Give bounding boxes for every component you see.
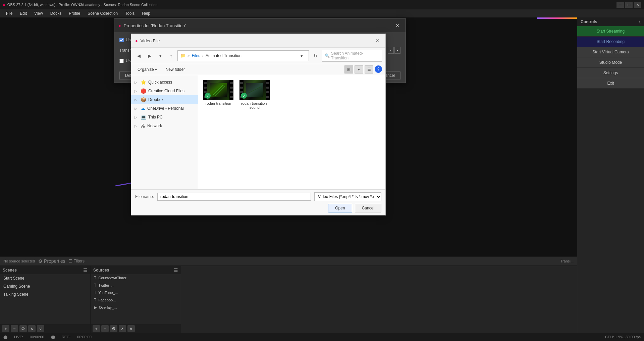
- filename-input[interactable]: [157, 193, 311, 201]
- vf-cancel-button[interactable]: Cancel: [355, 204, 381, 212]
- sidebar-item-dropbox[interactable]: ▷ 📦 Dropbox: [131, 95, 198, 104]
- scene-item-start[interactable]: Start Scene: [0, 274, 90, 282]
- scenes-icon: ☰: [83, 267, 88, 273]
- menu-file[interactable]: File: [3, 10, 16, 16]
- network-icon: 🖧: [141, 123, 145, 129]
- restore-button[interactable]: □: [625, 2, 633, 8]
- nav-up-button[interactable]: ↑: [167, 52, 175, 60]
- properties-dialog-icon: ●: [118, 23, 121, 28]
- sidebar-label-network: Network: [147, 124, 162, 128]
- hole: [266, 96, 269, 98]
- vf-toolbar-left: Organize ▾ New folder: [135, 66, 188, 73]
- sources-panel: Sources ☰ T CountdownTimer T Twitter_...…: [91, 266, 181, 333]
- nav-forward-button[interactable]: ▶: [145, 52, 154, 60]
- menu-docks[interactable]: Docks: [47, 10, 65, 16]
- source-settings-btn[interactable]: ⚙: [110, 325, 117, 332]
- menu-view[interactable]: View: [31, 10, 46, 16]
- hole: [230, 96, 233, 98]
- hole: [266, 87, 269, 89]
- close-button[interactable]: ✕: [634, 2, 641, 8]
- source-item-2[interactable]: T YouTube_...: [91, 289, 181, 296]
- source-item-0[interactable]: T CountdownTimer: [91, 274, 181, 282]
- transitions-label: Transi...: [560, 259, 574, 263]
- file-item-rodan-transition[interactable]: ✓ rodan-transition: [202, 79, 235, 111]
- start-virtual-camera-button[interactable]: Start Virtual Camera: [577, 47, 644, 57]
- video-file-close-button[interactable]: ✕: [373, 37, 381, 45]
- properties-dialog-title: Properties for 'Rodan Transition': [124, 23, 186, 28]
- studio-mode-button[interactable]: Studio Mode: [577, 57, 644, 68]
- open-button[interactable]: Open: [328, 204, 352, 212]
- menu-scene-collection[interactable]: Scene Collection: [84, 10, 121, 16]
- menu-profile[interactable]: Profile: [65, 10, 84, 16]
- menu-bar: File Edit View Docks Profile Scene Colle…: [0, 9, 644, 17]
- scene-settings-btn[interactable]: ⚙: [19, 325, 27, 332]
- menu-help[interactable]: Help: [139, 10, 154, 16]
- title-bar-controls: ─ □ ✕: [616, 2, 641, 8]
- view-dropdown-btn[interactable]: ▾: [355, 65, 363, 74]
- organize-arrow: ▾: [155, 67, 157, 72]
- path-files[interactable]: Files: [192, 53, 200, 58]
- settings-button[interactable]: Settings: [577, 68, 644, 78]
- search-icon: 🔍: [325, 53, 330, 58]
- source-add-btn[interactable]: +: [93, 325, 100, 332]
- filename-row: File name: Video Files (*.mp4 *.ts *.mov…: [135, 192, 381, 201]
- path-dropdown-button[interactable]: ▾: [297, 52, 306, 60]
- nav-back-button[interactable]: ◀: [135, 52, 143, 60]
- sidebar-item-network[interactable]: ▷ 🖧 Network: [131, 121, 198, 130]
- sidebar-item-quick-access[interactable]: ▷ ⭐ Quick access: [131, 78, 198, 87]
- expand-icon-this-pc: ▷: [135, 115, 139, 119]
- source-label-4: Overlay_...: [99, 305, 117, 309]
- source-remove-btn[interactable]: −: [101, 325, 109, 332]
- scene-remove-btn[interactable]: −: [11, 325, 18, 332]
- transition-point-arrows2: ▲ ▼: [388, 47, 400, 54]
- transition-point-prev[interactable]: ▲: [388, 47, 394, 54]
- source-item-3[interactable]: T Faceboo...: [91, 296, 181, 304]
- view-details-btn[interactable]: ☰: [365, 65, 373, 74]
- vf-buttons-row: Open Cancel: [135, 204, 381, 212]
- video-file-sidebar: ▷ ⭐ Quick access ▷ 🔴 Creative Cloud File…: [131, 75, 198, 189]
- film-visual-0: [210, 83, 227, 97]
- scene-item-talking[interactable]: Talking Scene: [0, 290, 90, 298]
- scene-item-gaming[interactable]: Gaming Scene: [0, 282, 90, 290]
- view-large-icons-btn[interactable]: ⊞: [344, 65, 353, 74]
- path-bar[interactable]: 📁 » Files › Animated-Transition ▾: [177, 50, 309, 61]
- properties-close-button[interactable]: ✕: [393, 21, 401, 30]
- source-down-btn[interactable]: ∨: [127, 325, 135, 332]
- sidebar-item-this-pc[interactable]: ▷ 💻 This PC: [131, 113, 198, 121]
- transition-point-next[interactable]: ▼: [394, 47, 400, 54]
- scene-add-btn[interactable]: +: [2, 325, 9, 332]
- filetype-select[interactable]: Video Files (*.mp4 *.ts *.mov *.m...: [314, 192, 381, 201]
- source-icon-2: T: [94, 290, 96, 295]
- start-streaming-button[interactable]: Start Streaming: [577, 26, 644, 37]
- scene-down-btn[interactable]: ∨: [37, 325, 44, 332]
- nav-refresh-button[interactable]: ↻: [311, 52, 320, 60]
- exit-button[interactable]: Exit: [577, 78, 644, 89]
- properties-icon-btn[interactable]: ⚙ Properties: [38, 258, 65, 264]
- minimize-button[interactable]: ─: [616, 2, 624, 8]
- hole: [230, 82, 233, 84]
- new-folder-button[interactable]: New folder: [163, 66, 188, 73]
- path-root-icon: 📁: [180, 53, 185, 58]
- hole: [266, 91, 269, 93]
- start-recording-button[interactable]: Start Recording: [577, 37, 644, 47]
- file-item-rodan-transition-sound[interactable]: ✓ rodan-transition-sound: [238, 79, 271, 111]
- hw-decode-checkbox[interactable]: [119, 38, 124, 42]
- controls-expand-icon: ⟨: [639, 19, 641, 24]
- filters-icon-btn[interactable]: ☰ Filters: [69, 259, 85, 263]
- scene-up-btn[interactable]: ∧: [28, 325, 36, 332]
- source-item-1[interactable]: T Twitter_...: [91, 282, 181, 289]
- track-matte-checkbox[interactable]: [119, 59, 124, 63]
- hole: [204, 87, 207, 89]
- source-item-4[interactable]: ▶ Overlay_...: [91, 304, 181, 311]
- sidebar-item-onedrive[interactable]: ▷ ☁ OneDrive - Personal: [131, 104, 198, 113]
- source-up-btn[interactable]: ∧: [119, 325, 126, 332]
- search-bar[interactable]: 🔍 Search Animated-Transition: [322, 50, 382, 62]
- nav-dropdown-button[interactable]: ▾: [156, 52, 165, 60]
- menu-edit[interactable]: Edit: [16, 10, 30, 16]
- menu-tools[interactable]: Tools: [122, 10, 138, 16]
- expand-icon-cc: ▷: [135, 89, 139, 93]
- organize-button[interactable]: Organize ▾: [135, 66, 160, 73]
- sidebar-item-creative-cloud[interactable]: ▷ 🔴 Creative Cloud Files: [131, 87, 198, 95]
- vf-toolbar-right: ⊞ ▾ ☰ ?: [344, 65, 382, 74]
- help-button[interactable]: ?: [375, 65, 382, 73]
